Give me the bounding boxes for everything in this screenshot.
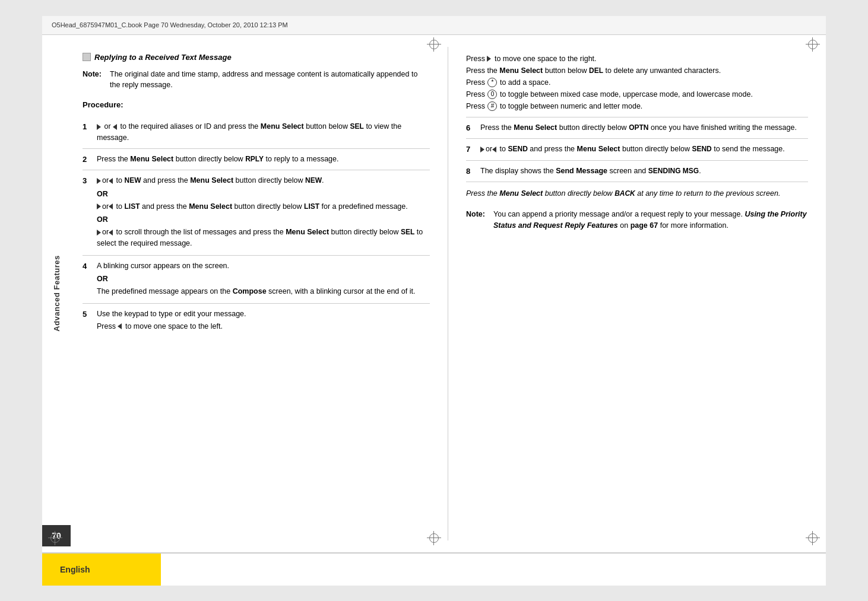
sidebar: Advanced Features 70: [42, 35, 71, 552]
bottom-bar: English: [42, 552, 826, 586]
crosshair-top-center: [427, 37, 441, 52]
zero-key: 0: [487, 90, 497, 99]
note-label: Note:: [83, 69, 105, 91]
right-column: Press to move one space to the right. Pr…: [448, 47, 826, 540]
step-5-continuation: Press to move one space to the right. Pr…: [466, 53, 808, 117]
step-6: 6 Press the Menu Select button directly …: [466, 117, 808, 139]
section-title: Replying to a Received Text Message: [83, 53, 430, 62]
step-7: 7 or to SEND and press the Menu Select b…: [466, 139, 808, 161]
step-8: 8 The display shows the Send Message scr…: [466, 161, 808, 183]
language-text: English: [60, 565, 90, 574]
left-column: Replying to a Received Text Message Note…: [71, 47, 448, 540]
italic-note: Press the Menu Select button directly be…: [466, 188, 808, 199]
step-5-num: 5: [83, 309, 92, 320]
step-6-content: Press the Menu Select button directly be…: [480, 122, 808, 133]
step-2-content: Press the Menu Select button directly be…: [97, 154, 430, 165]
step-1: 1 or to the required aliases or ID and p…: [83, 116, 430, 149]
right-note: Note: You can append a priority message …: [466, 209, 808, 231]
note-block: Note: The original date and time stamp, …: [83, 69, 430, 91]
step-3: 3 or to NEW and press the Menu Select bu…: [83, 170, 430, 256]
step-2: 2 Press the Menu Select button directly …: [83, 149, 430, 171]
arrow-l6-icon: [492, 147, 496, 152]
step-5-content: Use the keypad to type or edit your mess…: [97, 309, 430, 333]
arrow-l-icon: [109, 178, 113, 184]
arrow-r2-icon: [97, 203, 101, 209]
step-1-num: 1: [83, 121, 92, 133]
arrow-r3-icon: [97, 230, 101, 236]
step-6-num: 6: [466, 122, 476, 134]
right-note-label: Note:: [466, 209, 489, 231]
arrow-l4-icon: [118, 323, 122, 329]
english-label: English: [42, 554, 161, 586]
step-8-num: 8: [466, 166, 476, 177]
page-container: O5Head_6875947M01_C.book Page 70 Wednesd…: [42, 16, 826, 586]
step-2-num: 2: [83, 154, 92, 166]
header-text: O5Head_6875947M01_C.book Page 70 Wednesd…: [52, 21, 288, 28]
section-icon: [83, 53, 91, 61]
arrow-left-icon: [113, 124, 117, 130]
step-4-num: 4: [83, 260, 92, 272]
arrow-right-icon: [97, 124, 101, 130]
arrow-r6-icon: [480, 147, 484, 152]
step-3-content: or to NEW and press the Menu Select butt…: [97, 175, 430, 250]
note-text: The original date and time stamp, addres…: [110, 69, 430, 91]
section-title-text: Replying to a Received Text Message: [94, 53, 232, 62]
crosshair-bottom-center: [427, 531, 441, 545]
step-7-num: 7: [466, 144, 476, 155]
arrow-l3-icon: [109, 230, 113, 236]
hash-key: #: [487, 101, 497, 111]
step-4-content: A blinking cursor appears on the screen.…: [97, 260, 430, 298]
step-8-content: The display shows the Send Message scree…: [480, 166, 808, 177]
sidebar-label: Advanced Features: [52, 255, 61, 331]
step-7-content: or to SEND and press the Menu Select but…: [480, 144, 808, 155]
crosshair-bottom-left: [48, 531, 62, 545]
procedure-label: Procedure:: [83, 100, 430, 109]
arrow-r5-icon: [487, 56, 491, 62]
content-area: Replying to a Received Text Message Note…: [71, 35, 826, 552]
step-1-content: or to the required aliases or ID and pre…: [97, 121, 430, 144]
crosshair-bottom-right: [806, 531, 820, 545]
star-key: *: [487, 78, 497, 87]
main-body: Advanced Features 70 Replying to a Recei…: [42, 35, 826, 552]
step-5: 5 Use the keypad to type or edit your me…: [83, 304, 430, 338]
arrow-r-icon: [97, 178, 101, 184]
step-4: 4 A blinking cursor appears on the scree…: [83, 256, 430, 304]
step-3-num: 3: [83, 175, 92, 187]
top-header: O5Head_6875947M01_C.book Page 70 Wednesd…: [42, 16, 826, 35]
arrow-l2-icon: [109, 203, 113, 209]
right-note-text: You can append a priority message and/or…: [493, 209, 808, 231]
